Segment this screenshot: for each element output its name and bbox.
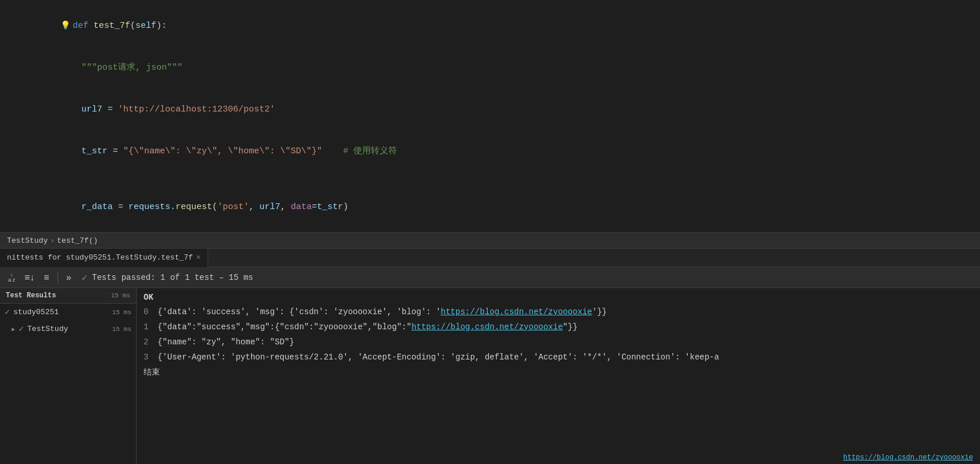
output-line-1: 1 {"data":"success","msg":{"csdn":"zyooo…: [144, 321, 973, 333]
chevron-right-icon: »: [66, 272, 71, 283]
bottom-url[interactable]: https://blog.csdn.net/zyooooxie: [843, 454, 973, 462]
code-line-1: 💡def test_7f(self):: [0, 5, 980, 47]
sort-icon: ≡↓: [24, 272, 34, 283]
tree-row-teststudy[interactable]: ▶ ✓ TestStudy 15 ms: [0, 321, 136, 337]
pass-icon: ✓: [82, 272, 88, 283]
output-index-3: 3: [144, 351, 153, 364]
bottom-panel: Test Results 15 ms ✓ study05251 15 ms ▶ …: [0, 288, 980, 464]
output-index-2: 2: [144, 336, 153, 348]
collapse-icon: ≡: [44, 272, 49, 283]
output-index-0: 0: [144, 305, 153, 318]
test-tree-header: Test Results 15 ms: [0, 288, 136, 304]
output-line-0: 0 {'data': 'success', 'msg': {'csdn': 'z…: [144, 305, 973, 318]
code-line-3: url7 = 'http://localhost:12306/post2': [0, 89, 980, 131]
output-line-2: 2 {"name": "zy", "home": "SD"}: [144, 336, 973, 348]
code-line-2: """post请求, json""": [0, 47, 980, 89]
breadcrumb-item-2[interactable]: test_7f(): [57, 236, 98, 245]
toolbar-divider: [58, 272, 58, 283]
output-text-0: {'data': 'success', 'msg': {'csdn': 'zyo…: [158, 305, 607, 318]
output-link-1[interactable]: https://blog.csdn.net/zyooooxie: [412, 322, 563, 332]
code-line-4: t_str = "{\"name\": \"zy\", \"home\": \"…: [0, 131, 980, 172]
tree-row-study[interactable]: ✓ study05251 15 ms: [0, 304, 136, 321]
breadcrumb-separator: ›: [50, 236, 55, 245]
status-text: Tests passed: 1 of 1 test – 15 ms: [92, 273, 253, 282]
line-content: print('0', r_data.json()): [29, 228, 975, 232]
collapse-btn[interactable]: ≡: [40, 270, 52, 285]
test-status: ✓ Tests passed: 1 of 1 test – 15 ms: [82, 272, 253, 283]
line-content: 💡def test_7f(self):: [29, 5, 975, 47]
code-editor[interactable]: 💡def test_7f(self): """post请求, json""" u…: [0, 0, 980, 232]
output-index-1: 1: [144, 321, 153, 333]
line-content: """post请求, json""": [29, 47, 975, 89]
line-content: [29, 172, 975, 186]
expand-icon: ▶: [12, 326, 15, 333]
tree-time-teststudy: 15 ms: [112, 326, 131, 333]
sort-alpha-btn[interactable]: ↓a z: [5, 269, 19, 285]
tree-label-study: study05251: [13, 308, 59, 316]
code-line-5: [0, 172, 980, 186]
test-output: OK 0 {'data': 'success', 'msg': {'csdn':…: [137, 288, 980, 464]
output-text-3: {'User-Agent': 'python-requests/2.21.0',…: [158, 351, 719, 364]
test-results-label: Test Results: [6, 292, 56, 300]
output-end-label: 结束: [144, 367, 973, 377]
sort-alpha-icon: ↓a z: [8, 272, 15, 283]
tree-label-teststudy: TestStudy: [27, 325, 68, 333]
more-btn[interactable]: »: [63, 270, 75, 285]
breadcrumb: TestStudy › test_7f(): [0, 232, 980, 249]
code-line-7: print('0', r_data.json()): [0, 228, 980, 232]
close-icon[interactable]: ×: [196, 254, 201, 262]
lightbulb-icon: 💡: [60, 21, 70, 30]
test-tree: Test Results 15 ms ✓ study05251 15 ms ▶ …: [0, 288, 137, 464]
pass-icon: ✓: [19, 323, 24, 334]
line-content: r_data = requests.request('post', url7, …: [29, 186, 975, 228]
sort-btn[interactable]: ≡↓: [21, 270, 38, 285]
toolbar: ↓a z ≡↓ ≡ » ✓ Tests passed: 1 of 1 test …: [0, 267, 980, 288]
bottom-url-link[interactable]: https://blog.csdn.net/zyooooxie: [843, 454, 973, 462]
test-tab-label: nittests for study05251.TestStudy.test_7…: [7, 253, 193, 262]
breadcrumb-item-1[interactable]: TestStudy: [7, 236, 48, 245]
output-ok-label: OK: [144, 293, 973, 302]
test-tab[interactable]: nittests for study05251.TestStudy.test_7…: [0, 249, 208, 267]
test-tab-bar: nittests for study05251.TestStudy.test_7…: [0, 249, 980, 267]
output-text-2: {"name": "zy", "home": "SD"}: [158, 336, 294, 348]
line-content: t_str = "{\"name\": \"zy\", \"home\": \"…: [29, 131, 975, 172]
test-results-time: 15 ms: [111, 292, 130, 299]
pass-icon: ✓: [5, 307, 10, 318]
code-line-6: r_data = requests.request('post', url7, …: [0, 186, 980, 228]
output-text-1: {"data":"success","msg":{"csdn":"zyoooox…: [158, 321, 578, 333]
tree-time-study: 15 ms: [112, 309, 131, 316]
line-content: url7 = 'http://localhost:12306/post2': [29, 89, 975, 131]
output-link-0[interactable]: https://blog.csdn.net/zyooooxie: [441, 307, 592, 316]
output-line-3: 3 {'User-Agent': 'python-requests/2.21.0…: [144, 351, 973, 364]
